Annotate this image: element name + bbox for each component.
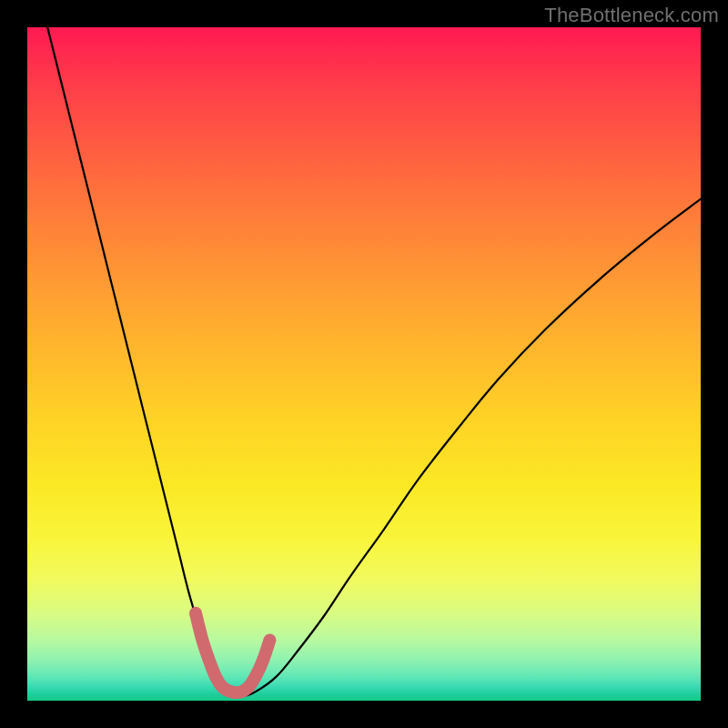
chart-svg: [27, 27, 701, 701]
chart-frame: TheBottleneck.com: [0, 0, 728, 728]
bottleneck-curve: [47, 27, 701, 696]
watermark-text: TheBottleneck.com: [544, 4, 719, 27]
chart-plot-area: [27, 27, 701, 701]
bottleneck-highlight: [196, 613, 269, 693]
